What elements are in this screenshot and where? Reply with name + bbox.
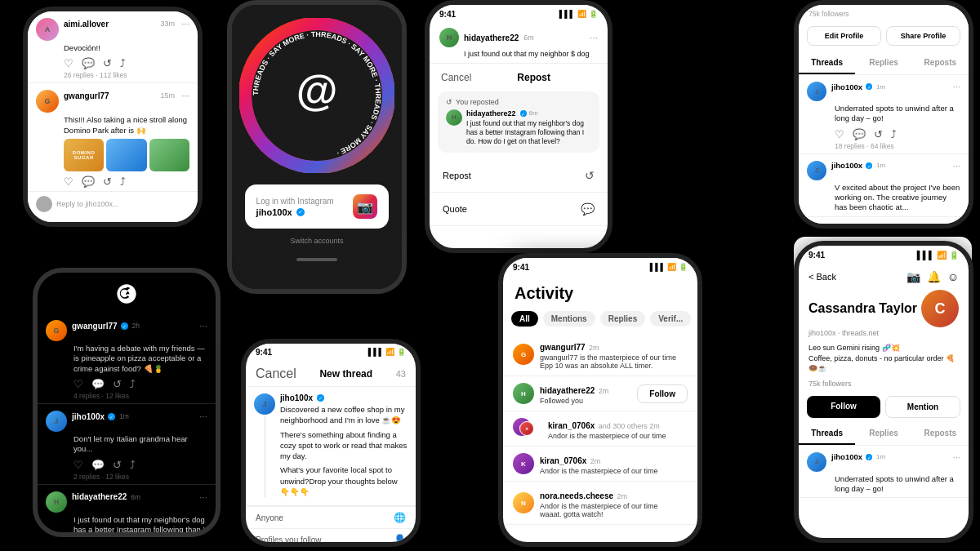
repost-icon[interactable]: ↺	[874, 128, 883, 140]
switch-accounts-link[interactable]: Switch accounts	[290, 237, 343, 245]
username: gwangurl77	[72, 322, 118, 331]
profile-tabs: Threads Replies Reposts	[799, 423, 969, 446]
more-icon[interactable]: ···	[199, 320, 207, 331]
followers-count: 75k followers	[799, 5, 969, 20]
repost-icon[interactable]: ↺	[103, 57, 112, 69]
share-profile-button[interactable]: Share Profile	[886, 26, 960, 46]
avatar: N	[513, 492, 534, 513]
audience-anyone[interactable]: Anyone 🌐	[246, 506, 416, 528]
like-icon[interactable]: ♡	[64, 57, 74, 69]
tab-replies[interactable]: Replies	[600, 311, 646, 327]
phone-repost-dialog: 9:41 ▌▌▌ 📶 🔋 H hidayathere22 6m ··· I ju…	[425, 0, 612, 253]
compose-text-1[interactable]: Discovered a new coffee shop in my neigh…	[280, 404, 408, 426]
follow-button[interactable]: Follow	[637, 384, 688, 403]
activity-action: Followed you	[540, 397, 631, 405]
post-time: 2h	[132, 322, 140, 330]
tab-reposts[interactable]: Reposts	[912, 423, 969, 445]
more-icon[interactable]: ···	[953, 452, 960, 462]
repost-option[interactable]: Repost ↺	[430, 159, 608, 193]
more-icon[interactable]: ☺	[947, 270, 959, 283]
you-reposted-text: You reposted	[456, 98, 499, 106]
reply-input[interactable]: Reply to jiho100x...	[56, 200, 119, 208]
activity-text-1: gwangurl77 is the masterpiece of our tim…	[540, 353, 688, 362]
status-icons: ▌▌▌ 📶 🔋	[559, 10, 598, 18]
share-icon[interactable]: ⤴	[130, 378, 136, 390]
tab-replies[interactable]: Replies	[855, 423, 911, 445]
share-icon[interactable]: ⤴	[120, 176, 126, 188]
like-icon[interactable]: ♡	[835, 128, 844, 140]
follow-button[interactable]: Follow	[807, 396, 880, 418]
post-time: 33m	[160, 20, 175, 28]
profile-post-2: J jiho100x ✓ 1m ··· V excited about the …	[799, 154, 969, 217]
login-card[interactable]: Log in with Instagram jiho100x ✓ 📷	[245, 184, 390, 229]
back-button[interactable]: < Back	[808, 272, 836, 282]
profile-icon: 👤	[394, 534, 406, 545]
more-icon[interactable]: ···	[181, 18, 189, 29]
profile-handle: jiho100x · threads.net	[799, 329, 969, 340]
edit-profile-button[interactable]: Edit Profile	[807, 26, 881, 46]
activity-username: gwangurl77	[540, 343, 586, 352]
audience-label-1: Anyone	[256, 513, 283, 522]
activity-time: 2m	[589, 344, 599, 352]
verified-icon: ✓	[296, 208, 305, 216]
tab-all[interactable]: All	[511, 311, 538, 327]
tab-replies[interactable]: Replies	[855, 52, 911, 74]
username: aimi.allover	[64, 20, 109, 29]
cancel-button[interactable]: Cancel	[256, 367, 296, 381]
repost-icon: ↺	[585, 169, 595, 182]
like-icon[interactable]: ♡	[64, 176, 74, 188]
compose-text-2[interactable]: There's something about finding a cozy s…	[280, 429, 408, 462]
username: jiho100x	[831, 161, 862, 170]
share-icon[interactable]: ⤴	[130, 459, 136, 471]
post-meta: 26 replies · 112 likes	[64, 71, 189, 79]
tab-verified[interactable]: Verif...	[650, 311, 691, 327]
post-image-1: DOMINOSUGAR	[64, 139, 104, 171]
verified-icon: ✓	[866, 162, 872, 169]
tab-reposts[interactable]: Reposts	[912, 52, 969, 74]
comment-icon[interactable]: 💬	[853, 128, 866, 140]
profile-action-buttons: Follow Mention	[799, 391, 969, 423]
repost-post-text: I just found out that my neighbor's dog …	[466, 119, 591, 146]
compose-text-3[interactable]: What's your favorite local spot to unwin…	[280, 464, 408, 497]
notification-icon[interactable]: 🔔	[927, 270, 941, 283]
comment-icon[interactable]: 💬	[82, 176, 95, 188]
like-icon[interactable]: ♡	[74, 459, 83, 471]
comment-icon[interactable]: 💬	[91, 459, 105, 471]
audience-following[interactable]: Profiles you follow 👤	[246, 528, 416, 547]
feed-post-2: G gwangurl77 15m ··· This!!! Also taking…	[28, 83, 198, 192]
activity-time: and 300 others 2m	[599, 422, 660, 430]
mention-button[interactable]: Mention	[885, 396, 960, 418]
like-icon[interactable]: ♡	[74, 378, 83, 390]
tab-threads[interactable]: Threads	[799, 52, 855, 74]
repost-icon[interactable]: ↺	[103, 176, 112, 188]
more-icon[interactable]: ···	[181, 90, 189, 101]
more-icon[interactable]: ···	[590, 32, 598, 43]
tab-threads[interactable]: Threads	[799, 423, 855, 445]
repost-icon[interactable]: ↺	[113, 459, 122, 471]
more-icon[interactable]: ···	[199, 411, 207, 422]
avatar: J	[254, 393, 275, 415]
status-time: 9:41	[513, 263, 529, 272]
instagram-icon[interactable]: 📷	[906, 270, 920, 283]
quote-option[interactable]: Quote 💬	[430, 193, 608, 226]
post-meta: 4 replies · 12 likes	[74, 392, 207, 400]
comment-icon[interactable]: 💬	[91, 378, 105, 390]
avatar-2: +	[519, 421, 534, 436]
repost-time: 6m	[529, 109, 538, 117]
repost-icon[interactable]: ↺	[113, 378, 122, 390]
activity-title: Activity	[514, 284, 686, 303]
more-icon[interactable]: ···	[199, 491, 207, 503]
home-indicator	[296, 258, 337, 261]
comment-icon[interactable]: 💬	[82, 57, 95, 69]
char-count: 43	[396, 369, 406, 379]
cancel-button[interactable]: Cancel	[441, 72, 471, 83]
more-icon[interactable]: ···	[953, 161, 960, 171]
post-image-3	[149, 139, 189, 171]
share-icon[interactable]: ⤴	[120, 57, 126, 69]
post-text: This!!! Also taking a nice stroll along …	[64, 115, 189, 136]
more-icon[interactable]: ···	[953, 82, 960, 91]
tab-mentions[interactable]: Mentions	[543, 311, 595, 327]
post-text: Don't let my Italian grandma hear you...	[74, 434, 207, 455]
share-icon[interactable]: ⤴	[891, 128, 897, 140]
post-text: I just found out that my neighbor $ dog	[464, 50, 598, 60]
